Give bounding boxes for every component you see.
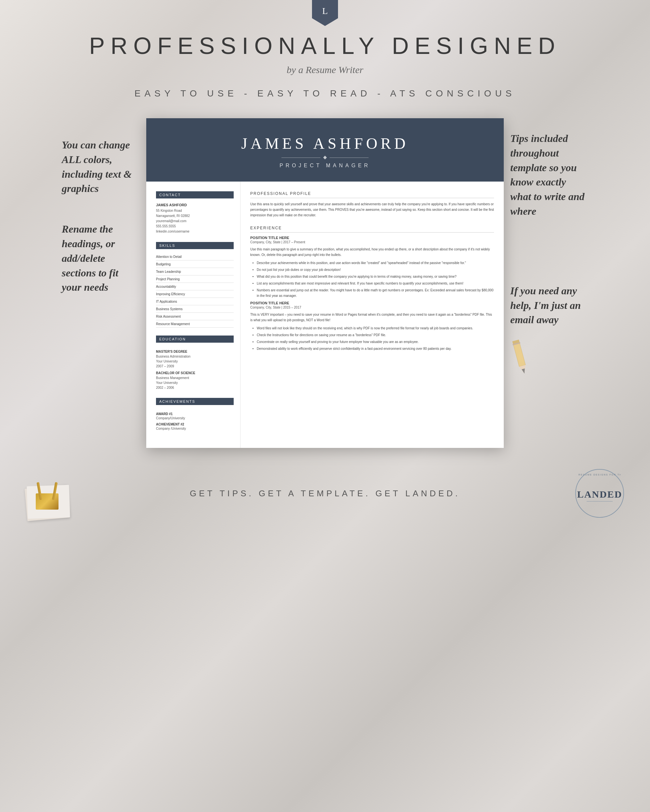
divider-diamond — [323, 156, 327, 159]
edu-degree-2: BACHELOR OF SCIENCE — [156, 371, 234, 375]
achievement-detail-1: Company/University — [156, 417, 234, 420]
position-title-1: POSITION TITLE HERE — [250, 236, 494, 240]
footer-tagline: GET TIPS. GET A TEMPLATE. GET LANDED. — [91, 488, 559, 499]
resume-divider — [166, 156, 484, 159]
skill-item: Accountability — [156, 284, 234, 290]
contact-phone: 555.555.5555 — [156, 224, 234, 229]
contact-linkedin: linkedin.com/username — [156, 229, 234, 234]
resume-left-column: CONTACT JAMES ASHFORD 55 Kingston Road N… — [146, 182, 240, 448]
logo-letter: L — [322, 6, 327, 16]
bullet-item: Concentrate on really selling yourself a… — [257, 339, 494, 345]
bullet-item: Demonstrated ability to work efficiently… — [257, 346, 494, 351]
skill-item: Improving Efficiency — [156, 291, 234, 298]
edu-school-1: Your University — [156, 359, 234, 364]
profile-heading: PROFESSIONAL PROFILE — [250, 191, 494, 198]
bullet-item: Word files will not look like they shoul… — [257, 325, 494, 331]
contact-section: CONTACT JAMES ASHFORD 55 Kingston Road N… — [156, 191, 234, 234]
achievement-title-2: ACHIEVEMENT #2 — [156, 423, 234, 426]
right-panel-bottom-text: If you need any help, I'm just an email … — [510, 284, 588, 327]
skill-item: Risk Assessment — [156, 313, 234, 320]
subtitle: by a Resume Writer — [0, 64, 650, 75]
skills-heading: SKILLS — [156, 242, 234, 249]
achievement-item-1: AWARD #1 Company/University — [156, 412, 234, 420]
left-panel-bottom-text: Rename the headings, or add/delete secti… — [62, 222, 140, 295]
education-item-2: BACHELOR OF SCIENCE Business Management … — [156, 371, 234, 390]
position-desc-2: This is VERY important – you need to sav… — [250, 312, 494, 323]
tagline: EASY TO USE - EASY TO READ - ATS CONSCIO… — [0, 89, 650, 99]
achievement-item-2: ACHIEVEMENT #2 Company /University — [156, 423, 234, 430]
footer-tagline-container: GET TIPS. GET A TEMPLATE. GET LANDED. — [91, 488, 559, 499]
profile-text: Use this area to quickly sell yourself a… — [250, 201, 494, 218]
edu-degree-1: MASTER'S DEGREE — [156, 350, 234, 353]
divider-line-left — [281, 157, 320, 158]
landed-logo-container: RESUME DESIGNS FOR THE LANDED — [559, 469, 624, 518]
skill-item: Resource Management — [156, 321, 234, 328]
experience-heading: EXPERIENCE — [250, 226, 494, 232]
resume-right-column: PROFESSIONAL PROFILE Use this area to qu… — [240, 182, 504, 448]
resume-document: JAMES ASHFORD PROJECT MANAGER CONTACT JA… — [146, 118, 504, 448]
bullet-item: Check the Instructions file for directio… — [257, 332, 494, 338]
achievement-title-1: AWARD #1 — [156, 412, 234, 416]
achievements-heading: ACHIEVEMENTS — [156, 398, 234, 405]
content-wrapper: L PROFESSIONALLY DESIGNED by a Resume Wr… — [0, 0, 650, 812]
skill-item: Attention to Detail — [156, 254, 234, 261]
contact-name: JAMES ASHFORD — [156, 203, 234, 207]
skills-section: SKILLS Attention to Detail Budgeting Tea… — [156, 242, 234, 328]
left-panel-top-text: You can change ALL colors, including tex… — [62, 138, 140, 196]
achievements-section: ACHIEVEMENTS AWARD #1 Company/University… — [156, 398, 234, 430]
bullet-item: Numbers are essential and jump out at th… — [257, 287, 494, 299]
skill-item: Project Planning — [156, 276, 234, 283]
edu-years-2: 2002 – 2006 — [156, 385, 234, 390]
resume-job-title: PROJECT MANAGER — [166, 163, 484, 169]
education-section: EDUCATION MASTER'S DEGREE Business Admin… — [156, 336, 234, 390]
experience-position-2: POSITION TITLE HERE Company, City, State… — [250, 301, 494, 351]
experience-position-1: POSITION TITLE HERE Company, City, State… — [250, 236, 494, 299]
right-panel-top-text: Tips included throughout template so you… — [510, 131, 588, 218]
bullet-item: Describe your achievements while in this… — [257, 260, 494, 266]
contact-info: 55 Kingston Road Narragansett, RI 02882 … — [156, 208, 234, 234]
contact-heading: CONTACT — [156, 191, 234, 198]
edu-years-1: 2007 – 2009 — [156, 364, 234, 369]
position-bullets-2: Word files will not look like they shoul… — [250, 325, 494, 351]
position-desc-1: Use this main paragraph to give a summar… — [250, 247, 494, 258]
skill-item: Team Leadership — [156, 269, 234, 275]
profile-section: PROFESSIONAL PROFILE Use this area to qu… — [250, 191, 494, 218]
skills-list: Attention to Detail Budgeting Team Leade… — [156, 254, 234, 328]
position-title-2: POSITION TITLE HERE — [250, 301, 494, 305]
pencil-icon — [505, 335, 534, 378]
edu-school-2: Your University — [156, 380, 234, 385]
experience-section: EXPERIENCE POSITION TITLE HERE Company, … — [250, 226, 494, 351]
svg-marker-2 — [522, 369, 526, 374]
skill-item: IT Applications — [156, 299, 234, 305]
landed-brand: LANDED — [577, 489, 622, 500]
bullet-item: List any accomplishments that are most i… — [257, 281, 494, 286]
achievement-detail-2: Company /University — [156, 427, 234, 430]
bullet-item: What did you do in this position that co… — [257, 274, 494, 279]
bullet-item: Do not just list your job duties or copy… — [257, 267, 494, 273]
position-bullets-1: Describe your achievements while in this… — [250, 260, 494, 299]
skill-item: Budgeting — [156, 261, 234, 268]
resume-body: CONTACT JAMES ASHFORD 55 Kingston Road N… — [146, 182, 504, 448]
edu-field-1: Business Administration — [156, 354, 234, 359]
landed-logo-arc-text: RESUME DESIGNS FOR THE — [578, 473, 621, 476]
edu-field-2: Business Management — [156, 375, 234, 380]
resume-header: JAMES ASHFORD PROJECT MANAGER — [146, 118, 504, 182]
contact-address1: 55 Kingston Road — [156, 208, 234, 214]
divider-line-right — [330, 157, 369, 158]
right-side-panel: Tips included throughout template so you… — [504, 118, 595, 383]
contact-address2: Narragansett, RI 02882 — [156, 214, 234, 218]
main-area: You can change ALL colors, including tex… — [0, 118, 650, 448]
skill-item: Business Systems — [156, 306, 234, 313]
position-company-2: Company, City, State | 2015 – 2017 — [250, 306, 494, 309]
left-side-panel: You can change ALL colors, including tex… — [55, 118, 146, 301]
education-item-1: MASTER'S DEGREE Business Administration … — [156, 350, 234, 369]
landed-logo: RESUME DESIGNS FOR THE LANDED — [575, 469, 624, 518]
main-title: PROFESSIONALLY DESIGNED — [0, 32, 650, 59]
education-heading: EDUCATION — [156, 336, 234, 343]
contact-email: youremail@mail.com — [156, 218, 234, 224]
binder-clips-decoration — [26, 467, 91, 519]
resume-name: JAMES ASHFORD — [166, 134, 484, 152]
position-company-1: Company, City, State | 2017 – Present — [250, 240, 494, 244]
